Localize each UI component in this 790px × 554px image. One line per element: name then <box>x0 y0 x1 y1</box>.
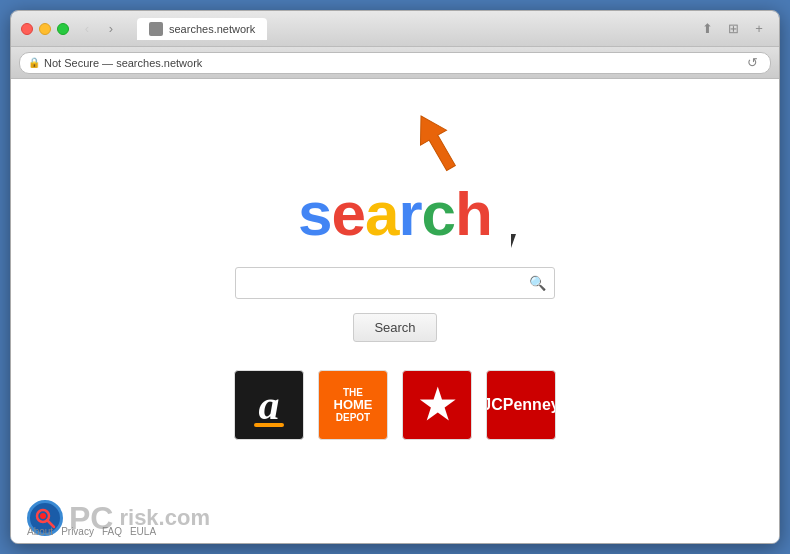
add-tab-button[interactable]: + <box>749 19 769 39</box>
share-button[interactable]: ⬆ <box>697 19 717 39</box>
about-link[interactable]: About <box>27 526 53 537</box>
svg-point-2 <box>40 513 46 519</box>
jcpenney-icon: JCPenney <box>486 370 556 440</box>
nav-buttons: ‹ › <box>77 19 121 39</box>
shortcuts-row: a THE HOME DEPOT ★ <box>234 370 556 444</box>
macys-shortcut[interactable]: ★ <box>402 370 472 444</box>
tab-title: searches.network <box>169 23 255 35</box>
forward-button[interactable]: › <box>101 19 121 39</box>
close-button[interactable] <box>21 23 33 35</box>
search-button[interactable]: Search <box>353 313 436 342</box>
amazon-shortcut[interactable]: a <box>234 370 304 444</box>
amazon-icon: a <box>234 370 304 440</box>
search-icon-button[interactable]: 🔍 <box>527 273 548 293</box>
reload-button[interactable]: ↺ <box>742 53 762 73</box>
jcpenney-shortcut[interactable]: JCPenney <box>486 370 556 444</box>
back-button[interactable]: ‹ <box>77 19 97 39</box>
lock-icon: 🔒 <box>28 57 40 68</box>
new-tab-button[interactable]: ⊞ <box>723 19 743 39</box>
homedepot-icon: THE HOME DEPOT <box>318 370 388 440</box>
address-bar[interactable]: 🔒 Not Secure — searches.network ↺ <box>19 52 771 74</box>
mouse-cursor <box>511 234 523 252</box>
bottom-links: About Privacy FAQ EULA <box>27 526 156 537</box>
eula-link[interactable]: EULA <box>130 526 156 537</box>
tab-favicon <box>149 22 163 36</box>
search-input-container: 🔍 <box>235 267 555 299</box>
watermark-bar: PC risk.com About Privacy FAQ EULA <box>11 493 779 543</box>
search-logo: search <box>298 178 492 249</box>
svg-marker-0 <box>408 109 464 176</box>
faq-link[interactable]: FAQ <box>102 526 122 537</box>
traffic-lights <box>21 23 69 35</box>
homedepot-shortcut[interactable]: THE HOME DEPOT <box>318 370 388 444</box>
toolbar-right: ⬆ ⊞ + <box>697 19 769 39</box>
amazon-smile <box>254 423 284 427</box>
minimize-button[interactable] <box>39 23 51 35</box>
address-bar-row: 🔒 Not Secure — searches.network ↺ <box>11 47 779 79</box>
tab-bar: searches.network <box>137 18 681 40</box>
active-tab[interactable]: searches.network <box>137 18 267 40</box>
macys-icon: ★ <box>402 370 472 440</box>
browser-window: ‹ › searches.network ⬆ ⊞ + 🔒 Not Secure … <box>10 10 780 544</box>
page-content: search 🔍 Search a THE HO <box>11 79 779 543</box>
search-input[interactable] <box>242 275 527 291</box>
address-text: Not Secure — searches.network <box>44 57 742 69</box>
title-bar: ‹ › searches.network ⬆ ⊞ + <box>11 11 779 47</box>
privacy-link[interactable]: Privacy <box>61 526 94 537</box>
maximize-button[interactable] <box>57 23 69 35</box>
